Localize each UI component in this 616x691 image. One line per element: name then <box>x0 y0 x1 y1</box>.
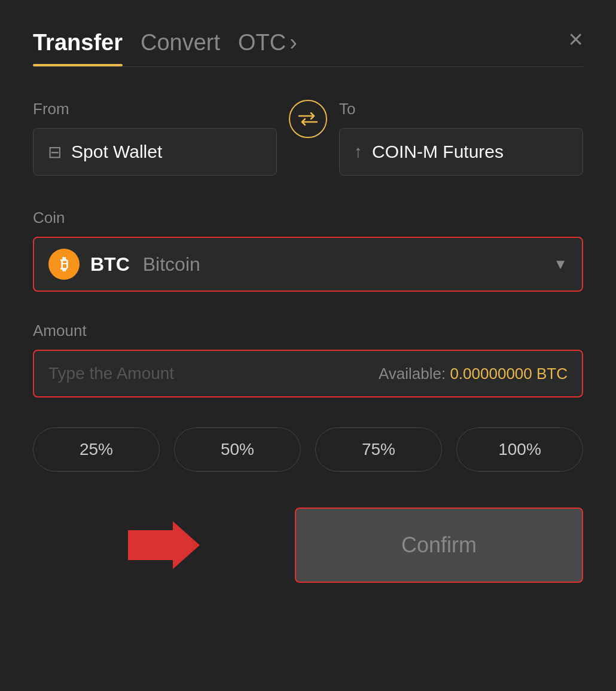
chevron-down-icon: ▼ <box>553 256 568 273</box>
swap-button-container <box>289 100 327 146</box>
transfer-modal: × Transfer Convert OTC › From ⊟ Spot Wal… <box>0 0 616 691</box>
percentage-row: 25% 50% 75% 100% <box>33 427 583 472</box>
btc-icon: ₿ <box>48 249 80 280</box>
coin-symbol: BTC <box>90 253 130 276</box>
from-label: From <box>33 100 277 118</box>
from-to-section: From ⊟ Spot Wallet To ↑ COIN-M Futures <box>33 100 583 176</box>
confirm-button[interactable]: Confirm <box>295 507 583 583</box>
from-block: From ⊟ Spot Wallet <box>33 100 277 176</box>
from-wallet-box[interactable]: ⊟ Spot Wallet <box>33 128 277 176</box>
coin-section: Coin ₿ BTC Bitcoin ▼ <box>33 209 583 292</box>
close-button[interactable]: × <box>568 27 583 52</box>
tab-convert[interactable]: Convert <box>141 30 220 66</box>
available-amount: 0.00000000 BTC <box>450 365 568 383</box>
amount-placeholder: Type the Amount <box>48 364 174 383</box>
header-tabs: Transfer Convert OTC › <box>33 30 583 66</box>
to-label: To <box>339 100 583 118</box>
coin-dropdown[interactable]: ₿ BTC Bitcoin ▼ <box>33 237 583 292</box>
arrow-container <box>33 515 295 575</box>
amount-input-box[interactable]: Type the Amount Available: 0.00000000 BT… <box>33 350 583 398</box>
amount-label: Amount <box>33 322 583 340</box>
to-wallet-name: COIN-M Futures <box>372 142 504 162</box>
futures-icon: ↑ <box>354 142 362 161</box>
swap-button[interactable] <box>289 100 327 138</box>
wallet-icon: ⊟ <box>48 142 62 162</box>
chevron-right-icon: › <box>289 30 297 56</box>
to-block: To ↑ COIN-M Futures <box>339 100 583 176</box>
red-arrow-icon <box>128 515 200 575</box>
amount-section: Amount Type the Amount Available: 0.0000… <box>33 322 583 398</box>
to-wallet-box[interactable]: ↑ COIN-M Futures <box>339 128 583 176</box>
svg-marker-0 <box>128 521 200 569</box>
pct-25-button[interactable]: 25% <box>33 427 160 472</box>
header-divider <box>33 66 583 67</box>
pct-50-button[interactable]: 50% <box>174 427 301 472</box>
pct-100-button[interactable]: 100% <box>456 427 583 472</box>
confirm-row: Confirm <box>33 507 583 583</box>
tab-transfer[interactable]: Transfer <box>33 30 123 66</box>
coin-label: Coin <box>33 209 583 227</box>
from-wallet-name: Spot Wallet <box>71 142 162 162</box>
available-text: Available: 0.00000000 BTC <box>379 365 568 383</box>
pct-75-button[interactable]: 75% <box>315 427 442 472</box>
tab-otc[interactable]: OTC › <box>238 30 297 66</box>
coin-full-name: Bitcoin <box>143 253 200 276</box>
